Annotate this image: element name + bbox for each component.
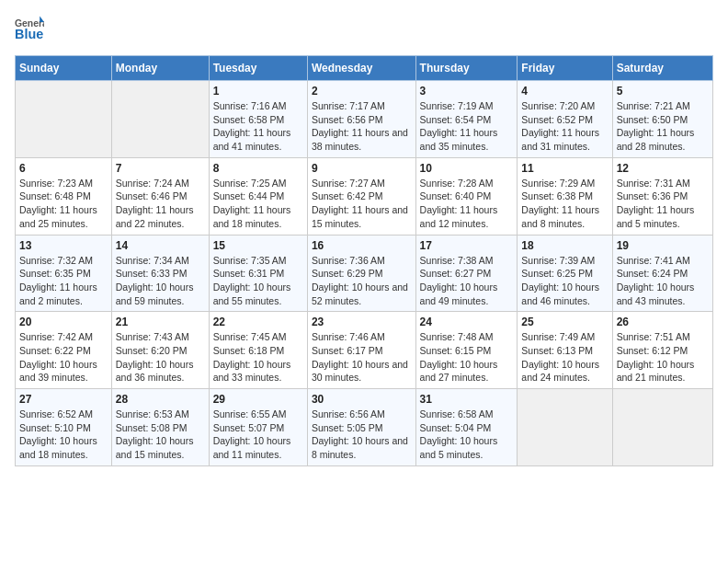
day-info: Sunrise: 7:39 AM Sunset: 6:25 PM Dayligh… — [521, 254, 608, 308]
day-info: Sunrise: 7:42 AM Sunset: 6:22 PM Dayligh… — [19, 330, 108, 385]
calendar-cell: 11Sunrise: 7:29 AM Sunset: 6:38 PM Dayli… — [518, 157, 612, 235]
day-number: 13 — [19, 239, 108, 252]
calendar-cell — [16, 81, 112, 158]
day-info: Sunrise: 7:29 AM Sunset: 6:38 PM Dayligh… — [521, 177, 608, 231]
calendar-cell: 8Sunrise: 7:25 AM Sunset: 6:44 PM Daylig… — [209, 157, 307, 235]
page-header: General Blue — [15, 15, 713, 44]
logo-icon: General Blue — [15, 15, 44, 44]
svg-text:Blue: Blue — [15, 27, 43, 41]
day-header-thursday: Thursday — [415, 56, 518, 81]
day-number: 3 — [420, 85, 514, 98]
day-info: Sunrise: 6:53 AM Sunset: 5:08 PM Dayligh… — [116, 408, 205, 462]
calendar-cell: 16Sunrise: 7:36 AM Sunset: 6:29 PM Dayli… — [307, 235, 415, 312]
calendar-cell — [518, 389, 612, 466]
day-number: 7 — [116, 162, 205, 175]
day-number: 10 — [420, 162, 514, 175]
calendar-cell: 18Sunrise: 7:39 AM Sunset: 6:25 PM Dayli… — [518, 235, 612, 312]
calendar-cell: 26Sunrise: 7:51 AM Sunset: 6:12 PM Dayli… — [612, 312, 712, 389]
day-info: Sunrise: 7:31 AM Sunset: 6:36 PM Dayligh… — [617, 177, 709, 231]
day-number: 6 — [19, 162, 108, 175]
day-number: 8 — [213, 162, 303, 175]
calendar-cell: 22Sunrise: 7:45 AM Sunset: 6:18 PM Dayli… — [209, 312, 307, 389]
day-info: Sunrise: 7:32 AM Sunset: 6:35 PM Dayligh… — [19, 254, 108, 308]
calendar-cell: 19Sunrise: 7:41 AM Sunset: 6:24 PM Dayli… — [612, 235, 712, 312]
calendar-cell: 2Sunrise: 7:17 AM Sunset: 6:56 PM Daylig… — [307, 81, 415, 158]
day-number: 31 — [420, 393, 514, 406]
calendar-cell: 9Sunrise: 7:27 AM Sunset: 6:42 PM Daylig… — [307, 157, 415, 235]
day-info: Sunrise: 7:49 AM Sunset: 6:13 PM Dayligh… — [521, 330, 608, 385]
day-header-tuesday: Tuesday — [209, 56, 307, 81]
week-row-4: 20Sunrise: 7:42 AM Sunset: 6:22 PM Dayli… — [16, 312, 713, 389]
day-header-saturday: Saturday — [612, 56, 712, 81]
day-number: 26 — [617, 316, 709, 328]
day-info: Sunrise: 7:51 AM Sunset: 6:12 PM Dayligh… — [617, 330, 709, 385]
day-number: 30 — [312, 393, 412, 406]
day-info: Sunrise: 7:36 AM Sunset: 6:29 PM Dayligh… — [312, 254, 412, 308]
calendar-cell: 12Sunrise: 7:31 AM Sunset: 6:36 PM Dayli… — [612, 157, 712, 235]
day-info: Sunrise: 7:45 AM Sunset: 6:18 PM Dayligh… — [213, 330, 303, 385]
week-row-5: 27Sunrise: 6:52 AM Sunset: 5:10 PM Dayli… — [16, 389, 713, 466]
day-number: 28 — [116, 393, 205, 406]
calendar-cell: 10Sunrise: 7:28 AM Sunset: 6:40 PM Dayli… — [415, 157, 518, 235]
day-info: Sunrise: 7:27 AM Sunset: 6:42 PM Dayligh… — [312, 177, 412, 231]
day-number: 22 — [213, 316, 303, 328]
calendar-cell: 4Sunrise: 7:20 AM Sunset: 6:52 PM Daylig… — [518, 81, 612, 158]
calendar-cell — [111, 81, 209, 158]
day-number: 17 — [420, 239, 514, 252]
day-number: 4 — [521, 85, 608, 98]
calendar-cell: 24Sunrise: 7:48 AM Sunset: 6:15 PM Dayli… — [415, 312, 518, 389]
day-number: 23 — [312, 316, 412, 328]
day-info: Sunrise: 7:34 AM Sunset: 6:33 PM Dayligh… — [116, 254, 205, 308]
day-number: 25 — [521, 316, 608, 328]
day-number: 20 — [19, 316, 108, 328]
day-info: Sunrise: 7:20 AM Sunset: 6:52 PM Dayligh… — [521, 99, 608, 154]
calendar-cell: 15Sunrise: 7:35 AM Sunset: 6:31 PM Dayli… — [209, 235, 307, 312]
day-info: Sunrise: 7:21 AM Sunset: 6:50 PM Dayligh… — [617, 99, 709, 154]
day-number: 14 — [116, 239, 205, 252]
calendar-cell: 3Sunrise: 7:19 AM Sunset: 6:54 PM Daylig… — [415, 81, 518, 158]
day-info: Sunrise: 6:56 AM Sunset: 5:05 PM Dayligh… — [312, 408, 412, 462]
week-row-2: 6Sunrise: 7:23 AM Sunset: 6:48 PM Daylig… — [16, 157, 713, 235]
day-info: Sunrise: 7:48 AM Sunset: 6:15 PM Dayligh… — [420, 330, 514, 385]
calendar-cell — [612, 389, 712, 466]
calendar-cell: 5Sunrise: 7:21 AM Sunset: 6:50 PM Daylig… — [612, 81, 712, 158]
day-info: Sunrise: 7:46 AM Sunset: 6:17 PM Dayligh… — [312, 330, 412, 385]
calendar-cell: 29Sunrise: 6:55 AM Sunset: 5:07 PM Dayli… — [209, 389, 307, 466]
day-info: Sunrise: 7:41 AM Sunset: 6:24 PM Dayligh… — [617, 254, 709, 308]
day-info: Sunrise: 7:23 AM Sunset: 6:48 PM Dayligh… — [19, 177, 108, 231]
day-info: Sunrise: 7:38 AM Sunset: 6:27 PM Dayligh… — [420, 254, 514, 308]
calendar-table: SundayMondayTuesdayWednesdayThursdayFrid… — [15, 55, 713, 466]
day-number: 19 — [617, 239, 709, 252]
day-number: 2 — [312, 85, 412, 98]
calendar-cell: 25Sunrise: 7:49 AM Sunset: 6:13 PM Dayli… — [518, 312, 612, 389]
calendar-cell: 7Sunrise: 7:24 AM Sunset: 6:46 PM Daylig… — [111, 157, 209, 235]
day-header-monday: Monday — [111, 56, 209, 81]
day-number: 5 — [617, 85, 709, 98]
day-number: 24 — [420, 316, 514, 328]
day-info: Sunrise: 7:25 AM Sunset: 6:44 PM Dayligh… — [213, 177, 303, 231]
day-info: Sunrise: 6:55 AM Sunset: 5:07 PM Dayligh… — [213, 408, 303, 462]
day-number: 12 — [617, 162, 709, 175]
day-number: 29 — [213, 393, 303, 406]
calendar-cell: 23Sunrise: 7:46 AM Sunset: 6:17 PM Dayli… — [307, 312, 415, 389]
calendar-cell: 30Sunrise: 6:56 AM Sunset: 5:05 PM Dayli… — [307, 389, 415, 466]
day-number: 27 — [19, 393, 108, 406]
day-number: 1 — [213, 85, 303, 98]
day-number: 21 — [116, 316, 205, 328]
calendar-cell: 17Sunrise: 7:38 AM Sunset: 6:27 PM Dayli… — [415, 235, 518, 312]
header-row: SundayMondayTuesdayWednesdayThursdayFrid… — [16, 56, 713, 81]
calendar-cell: 20Sunrise: 7:42 AM Sunset: 6:22 PM Dayli… — [16, 312, 112, 389]
day-info: Sunrise: 7:24 AM Sunset: 6:46 PM Dayligh… — [116, 177, 205, 231]
calendar-cell: 14Sunrise: 7:34 AM Sunset: 6:33 PM Dayli… — [111, 235, 209, 312]
day-number: 11 — [521, 162, 608, 175]
calendar-cell: 21Sunrise: 7:43 AM Sunset: 6:20 PM Dayli… — [111, 312, 209, 389]
calendar-cell: 28Sunrise: 6:53 AM Sunset: 5:08 PM Dayli… — [111, 389, 209, 466]
day-info: Sunrise: 7:17 AM Sunset: 6:56 PM Dayligh… — [312, 99, 412, 154]
day-number: 15 — [213, 239, 303, 252]
day-info: Sunrise: 7:43 AM Sunset: 6:20 PM Dayligh… — [116, 330, 205, 385]
day-info: Sunrise: 6:52 AM Sunset: 5:10 PM Dayligh… — [19, 408, 108, 462]
calendar-cell: 1Sunrise: 7:16 AM Sunset: 6:58 PM Daylig… — [209, 81, 307, 158]
day-header-friday: Friday — [518, 56, 612, 81]
day-number: 9 — [312, 162, 412, 175]
calendar-cell: 31Sunrise: 6:58 AM Sunset: 5:04 PM Dayli… — [415, 389, 518, 466]
